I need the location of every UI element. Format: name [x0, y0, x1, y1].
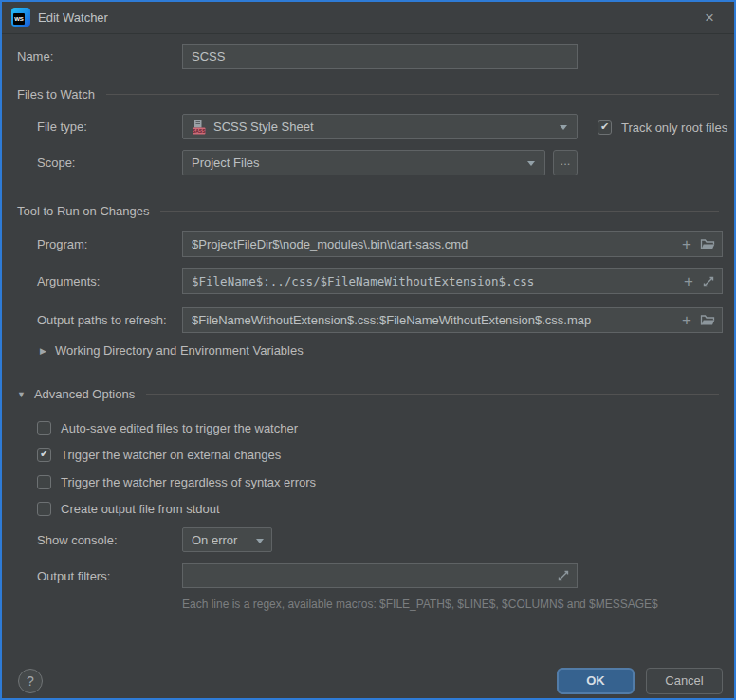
arguments-value: $FileName$:../css/$FileNameWithoutExtens…: [192, 274, 534, 288]
scope-combobox[interactable]: Project Files: [182, 150, 545, 175]
chevron-down-icon: [256, 539, 264, 543]
chevron-down-expanded-icon: ▼: [17, 390, 26, 399]
insert-macro-icon[interactable]: +: [682, 238, 691, 251]
name-value: SCSS: [192, 49, 225, 64]
chevron-right-icon: ▶: [40, 346, 46, 356]
checkbox-box[interactable]: [37, 475, 51, 489]
webstorm-icon-label: WS: [13, 13, 25, 25]
name-label: Name:: [17, 49, 53, 64]
checkmark-icon: ✔: [40, 449, 48, 459]
ok-button[interactable]: OK: [557, 668, 635, 694]
insert-macro-icon[interactable]: +: [682, 314, 691, 327]
program-label: Program:: [37, 237, 87, 252]
webstorm-app-icon: WS: [11, 8, 30, 27]
insert-macro-icon[interactable]: +: [684, 275, 693, 288]
checkmark-icon: ✔: [600, 121, 609, 132]
titlebar-divider: [2, 33, 734, 34]
browse-folder-icon[interactable]: [700, 314, 715, 327]
program-value: $ProjectFileDir$\node_modules\.bin\dart-…: [192, 237, 468, 251]
scope-label: Scope:: [37, 156, 75, 171]
edit-watcher-dialog: WS Edit Watcher × Name: SCSS Files to Wa…: [0, 0, 736, 700]
advanced-options-expander[interactable]: ▼ Advanced Options: [17, 386, 719, 402]
section-files-title: Files to Watch: [17, 87, 95, 101]
program-input[interactable]: $ProjectFileDir$\node_modules\.bin\dart-…: [182, 231, 723, 257]
working-directory-expander[interactable]: ▶ Working Directory and Environment Vari…: [40, 343, 304, 358]
arguments-label: Arguments:: [37, 274, 100, 289]
output-filters-input[interactable]: [182, 563, 578, 588]
show-console-label: Show console:: [37, 533, 118, 548]
autosave-checkbox[interactable]: Auto-save edited files to trigger the wa…: [37, 420, 298, 435]
chevron-down-icon: [560, 125, 567, 130]
stdout-checkbox[interactable]: Create output file from stdout: [37, 501, 220, 516]
checkbox-box[interactable]: ✔: [598, 120, 612, 135]
track-root-files-checkbox[interactable]: ✔ Track only root files: [598, 120, 727, 135]
track-root-files-label: Track only root files: [621, 120, 727, 135]
autosave-label: Auto-save edited files to trigger the wa…: [61, 421, 298, 435]
browse-folder-icon[interactable]: [700, 238, 715, 251]
close-icon[interactable]: ×: [698, 7, 721, 29]
scss-file-icon: SASS: [192, 120, 207, 135]
checkbox-box[interactable]: ✔: [37, 448, 51, 462]
expand-field-icon[interactable]: [557, 569, 570, 582]
show-console-combobox[interactable]: On error: [182, 527, 272, 552]
syntax-errors-label: Trigger the watcher regardless of syntax…: [61, 475, 316, 489]
section-tool-title: Tool to Run on Changes: [17, 204, 149, 218]
output-paths-input[interactable]: $FileNameWithoutExtension$.css:$FileName…: [182, 307, 723, 333]
expand-field-icon[interactable]: [702, 275, 715, 288]
output-paths-value: $FileNameWithoutExtension$.css:$FileName…: [192, 313, 591, 327]
external-changes-label: Trigger the watcher on external changes: [61, 448, 281, 462]
working-directory-label: Working Directory and Environment Variab…: [55, 343, 304, 358]
stdout-label: Create output file from stdout: [61, 502, 220, 516]
scope-browse-button[interactable]: ...: [553, 150, 578, 175]
cancel-button[interactable]: Cancel: [646, 668, 723, 694]
file-type-value: SCSS Style Sheet: [213, 120, 314, 134]
file-type-label: File type:: [37, 120, 87, 135]
output-paths-label: Output paths to refresh:: [37, 313, 167, 328]
file-type-combobox[interactable]: SASS SCSS Style Sheet: [182, 114, 578, 139]
chevron-down-icon: [527, 161, 535, 166]
section-divider: [106, 94, 719, 95]
show-console-value: On error: [192, 533, 237, 547]
output-filters-label: Output filters:: [37, 569, 110, 584]
output-filters-hint: Each line is a regex, available macros: …: [182, 598, 658, 611]
scope-value: Project Files: [192, 156, 260, 170]
section-divider: [146, 394, 719, 395]
arguments-input[interactable]: $FileName$:../css/$FileNameWithoutExtens…: [182, 268, 723, 294]
external-changes-checkbox[interactable]: ✔ Trigger the watcher on external change…: [37, 447, 281, 462]
section-files-to-watch: Files to Watch: [17, 86, 719, 102]
checkbox-box[interactable]: [37, 502, 51, 516]
advanced-options-title: Advanced Options: [34, 387, 135, 401]
section-divider: [160, 211, 719, 212]
help-button[interactable]: ?: [18, 669, 43, 693]
window-title: Edit Watcher: [38, 10, 108, 25]
syntax-errors-checkbox[interactable]: Trigger the watcher regardless of syntax…: [37, 474, 316, 489]
section-tool-to-run: Tool to Run on Changes: [17, 203, 719, 219]
name-input[interactable]: SCSS: [182, 44, 578, 69]
svg-text:SASS: SASS: [193, 128, 206, 134]
checkbox-box[interactable]: [37, 421, 51, 435]
title-bar[interactable]: WS Edit Watcher ×: [2, 2, 734, 33]
